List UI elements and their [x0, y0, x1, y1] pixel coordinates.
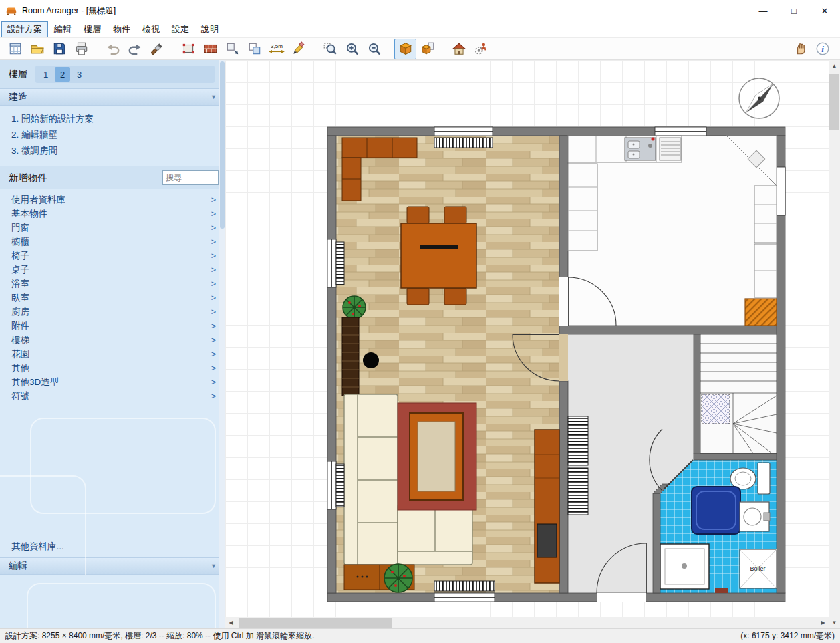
- potted-plant: [343, 296, 366, 319]
- category-chairs[interactable]: 椅子>: [0, 249, 225, 263]
- scroll-left-icon[interactable]: ◀: [225, 617, 237, 628]
- category-basic-objects[interactable]: 基本物件>: [0, 207, 225, 221]
- chair: [444, 288, 466, 305]
- view-3d-button[interactable]: [394, 39, 416, 59]
- sidebar-scrollbar[interactable]: [219, 60, 225, 628]
- category-others[interactable]: 其他>: [0, 361, 225, 375]
- chevron-right-icon[interactable]: >: [211, 251, 216, 261]
- door-sill: [715, 588, 728, 593]
- scroll-down-icon[interactable]: ▼: [829, 617, 840, 628]
- status-bar: 設計方案: 8255 × 8400 mm/毫米, 樓層: 2/3 -- 縮放: …: [0, 628, 840, 643]
- plan-canvas[interactable]: Boiler ◀ ▶: [225, 60, 829, 628]
- menu-design-plan[interactable]: 設計方案: [1, 21, 48, 37]
- chevron-right-icon[interactable]: >: [211, 364, 216, 373]
- chevron-right-icon[interactable]: >: [211, 350, 216, 359]
- duplicate-object-button[interactable]: [243, 39, 265, 59]
- staircase[interactable]: [700, 334, 777, 453]
- floor-button-1[interactable]: 1: [38, 67, 53, 82]
- floor-button-3[interactable]: 3: [72, 67, 87, 82]
- format-brush-button[interactable]: [146, 39, 168, 59]
- zoom-out-button[interactable]: [363, 39, 385, 59]
- chevron-right-icon[interactable]: >: [211, 209, 216, 219]
- chevron-right-icon[interactable]: >: [211, 265, 216, 275]
- show-home-3d-button[interactable]: [448, 39, 470, 59]
- menu-edit[interactable]: 編輯: [48, 21, 78, 37]
- save-button[interactable]: [48, 39, 70, 59]
- menu-floors[interactable]: 樓層: [78, 21, 107, 37]
- floor-button-2[interactable]: 2: [55, 67, 70, 82]
- house-3d-icon: [452, 41, 466, 56]
- minimize-button[interactable]: —: [748, 0, 779, 21]
- category-kitchen[interactable]: 廚房>: [0, 305, 225, 319]
- category-doors-windows[interactable]: 門窗>: [0, 221, 225, 235]
- category-tables[interactable]: 桌子>: [0, 263, 225, 277]
- collapse-icon[interactable]: ▼: [211, 94, 217, 100]
- tall-cabinet: [754, 186, 777, 243]
- chevron-right-icon[interactable]: >: [211, 392, 216, 401]
- zoom-window-button[interactable]: [319, 39, 341, 59]
- hall-furniture[interactable]: [568, 416, 588, 515]
- chevron-right-icon[interactable]: >: [211, 195, 216, 205]
- print-button[interactable]: [70, 39, 92, 59]
- resize-object-button[interactable]: [221, 39, 243, 59]
- kitchen-floor[interactable]: [568, 136, 777, 326]
- category-symbols[interactable]: 符號>: [0, 389, 225, 403]
- build-step-edit-walls[interactable]: 2. 編輯牆壁: [0, 127, 225, 143]
- duplicate-icon: [247, 41, 262, 56]
- chevron-right-icon[interactable]: >: [211, 223, 216, 233]
- chevron-right-icon[interactable]: >: [211, 378, 216, 387]
- object-category-list: 使用者資料庫> 基本物件> 門窗> 櫥櫃> 椅子> 桌子> 浴室> 臥室> 廚房…: [0, 189, 225, 408]
- redo-button[interactable]: [124, 39, 146, 59]
- build-section-header[interactable]: 建造 ▼: [0, 88, 225, 106]
- scroll-right-icon[interactable]: ▶: [817, 617, 829, 628]
- edit-rooms-button[interactable]: [177, 39, 199, 59]
- vertical-scrollbar-thumb[interactable]: [829, 74, 839, 130]
- chevron-right-icon[interactable]: >: [211, 322, 216, 331]
- close-button[interactable]: ✕: [809, 0, 840, 21]
- wall-tool-button[interactable]: [199, 39, 221, 59]
- svg-text:3,5m: 3,5m: [271, 43, 283, 49]
- menu-settings[interactable]: 設定: [166, 21, 195, 37]
- resize-icon: [225, 41, 240, 56]
- measure-button[interactable]: 3,5m: [265, 39, 287, 59]
- scroll-up-icon[interactable]: ▲: [829, 60, 840, 72]
- zoom-in-button[interactable]: [341, 39, 363, 59]
- about-button[interactable]: i: [811, 39, 833, 59]
- pan-button[interactable]: [789, 39, 811, 59]
- chevron-right-icon[interactable]: >: [211, 279, 216, 289]
- cube-3d-new-icon: [420, 41, 435, 56]
- category-stairs[interactable]: 樓梯>: [0, 333, 225, 347]
- horizontal-scrollbar[interactable]: ◀ ▶: [225, 617, 829, 628]
- maximize-button[interactable]: □: [779, 0, 809, 21]
- category-bathroom[interactable]: 浴室>: [0, 277, 225, 291]
- build-step-new-plan[interactable]: 1. 開始新的設計方案: [0, 111, 225, 127]
- search-input[interactable]: [162, 170, 219, 185]
- open-folder-icon: [30, 41, 45, 56]
- menu-objects[interactable]: 物件: [107, 21, 136, 37]
- walkthrough-button[interactable]: [470, 39, 492, 59]
- category-bedroom[interactable]: 臥室>: [0, 291, 225, 305]
- chevron-right-icon[interactable]: >: [211, 336, 216, 345]
- chevron-right-icon[interactable]: >: [211, 307, 216, 317]
- category-user-library[interactable]: 使用者資料庫>: [0, 192, 225, 207]
- category-accessories[interactable]: 附件>: [0, 319, 225, 333]
- vertical-scrollbar[interactable]: ▲ ▼: [829, 60, 840, 628]
- category-other-3d-shapes[interactable]: 其他3D造型>: [0, 375, 225, 389]
- chevron-right-icon[interactable]: >: [211, 293, 216, 303]
- horizontal-scrollbar-thumb[interactable]: [239, 618, 392, 628]
- category-cabinets[interactable]: 櫥櫃>: [0, 235, 225, 249]
- sidebar-scrollbar-thumb[interactable]: [220, 61, 225, 229]
- undo-button[interactable]: [102, 39, 124, 59]
- floor-label: 樓層: [9, 68, 27, 80]
- collapse-icon[interactable]: ▼: [211, 563, 217, 569]
- svg-text:i: i: [821, 44, 824, 54]
- menu-help[interactable]: 說明: [195, 21, 225, 37]
- new-3d-view-button[interactable]: [416, 39, 438, 59]
- build-step-adjust-rooms[interactable]: 3. 微調房間: [0, 143, 225, 159]
- open-button[interactable]: [26, 39, 48, 59]
- new-plan-button[interactable]: [4, 39, 26, 59]
- category-garden[interactable]: 花園>: [0, 347, 225, 361]
- chevron-right-icon[interactable]: >: [211, 237, 216, 247]
- draw-wall-button[interactable]: [287, 39, 309, 59]
- menu-view[interactable]: 檢視: [136, 21, 166, 37]
